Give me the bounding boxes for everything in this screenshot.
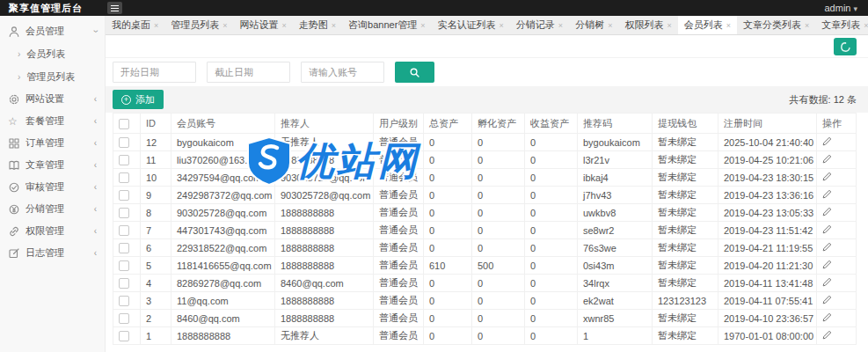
tab-close-icon[interactable]: × bbox=[332, 21, 336, 30]
tab-close-icon[interactable]: × bbox=[558, 21, 563, 30]
pencil-icon bbox=[822, 207, 832, 216]
sidebar-item-site-settings[interactable]: 网站设置 ‹ bbox=[0, 88, 105, 110]
cell-hatch-assets: 0 bbox=[472, 239, 525, 257]
menu-toggle-button[interactable] bbox=[107, 2, 122, 14]
cell-wallet: 暂未绑定 bbox=[653, 169, 718, 187]
cell-income-assets: 0 bbox=[525, 134, 578, 151]
sidebar-subitem-admin-list[interactable]: › 管理员列表 bbox=[0, 65, 105, 88]
add-button[interactable]: + 添加 bbox=[113, 90, 164, 109]
row-checkbox[interactable] bbox=[119, 260, 129, 271]
tab-item[interactable]: 管理员列表 × bbox=[164, 16, 233, 34]
row-checkbox[interactable] bbox=[119, 225, 129, 236]
cell-referrer: 1888888888 bbox=[275, 239, 374, 257]
tab-close-icon[interactable]: × bbox=[667, 21, 671, 30]
cell-reg-time: 2019-04-11 13:41:48 bbox=[718, 275, 817, 292]
table-row: 10 34297594@qq.com 903025728@qq.com 普通会员… bbox=[113, 169, 857, 187]
edit-row-button[interactable] bbox=[822, 295, 832, 304]
row-checkbox[interactable] bbox=[119, 243, 129, 253]
cell-wallet: 暂未绑定 bbox=[653, 327, 718, 345]
tab-label: 会员列表 bbox=[684, 18, 723, 32]
tab-item[interactable]: 实名认证列表 × bbox=[432, 16, 510, 34]
tab-close-icon[interactable]: × bbox=[726, 21, 731, 30]
sidebar-item-orders[interactable]: 订单管理 ‹ bbox=[0, 132, 105, 154]
tab-item[interactable]: 会员列表 × bbox=[678, 16, 737, 34]
tab-close-icon[interactable]: × bbox=[282, 21, 287, 30]
tab-close-icon[interactable]: × bbox=[608, 21, 612, 30]
sidebar-item-label: 文章管理 bbox=[26, 158, 94, 172]
edit-row-button[interactable] bbox=[822, 189, 832, 199]
sidebar-item-distribution[interactable]: 分销管理 ‹ bbox=[0, 198, 105, 220]
tab-item[interactable]: 网站设置 × bbox=[234, 16, 293, 34]
tab-item[interactable]: 分销记录 × bbox=[510, 16, 569, 34]
cell-id: 6 bbox=[141, 239, 171, 257]
row-checkbox[interactable] bbox=[119, 313, 129, 324]
row-checkbox[interactable] bbox=[119, 208, 129, 218]
tab-label: 文章分类列表 bbox=[743, 18, 801, 32]
table-header-row: ID 会员账号 推荐人 用户级别 总资产 孵化资产 收益资产 推荐码 提现钱包 … bbox=[113, 114, 857, 134]
sidebar-item-members[interactable]: 会员管理 ‹ bbox=[0, 20, 105, 42]
chevron-down-icon: ▾ bbox=[853, 4, 857, 13]
sidebar-subitem-member-list[interactable]: › 会员列表 bbox=[0, 42, 105, 65]
star-icon: ☆ bbox=[8, 115, 21, 128]
pencil-icon bbox=[822, 330, 832, 340]
edit-row-button[interactable] bbox=[822, 260, 832, 269]
members-table: ID 会员账号 推荐人 用户级别 总资产 孵化资产 收益资产 推荐码 提现钱包 … bbox=[113, 113, 857, 345]
tab-close-icon[interactable]: × bbox=[864, 21, 868, 30]
edit-row-button[interactable] bbox=[822, 172, 832, 181]
row-checkbox[interactable] bbox=[119, 331, 129, 341]
row-checkbox[interactable] bbox=[119, 278, 129, 289]
table-row: 8 903025728@qq.com 1888888888 普通会员 0 0 0… bbox=[113, 204, 857, 222]
tab-item[interactable]: 我的桌面 × bbox=[106, 16, 164, 34]
row-checkbox[interactable] bbox=[119, 296, 129, 306]
topbar: 聚享值管理后台 admin▾ bbox=[0, 0, 868, 16]
cell-id: 4 bbox=[141, 275, 171, 292]
row-checkbox[interactable] bbox=[119, 155, 129, 165]
sidebar-item-articles[interactable]: 文章管理 ‹ bbox=[0, 154, 105, 176]
tab-close-icon[interactable]: × bbox=[805, 21, 809, 30]
cell-hatch-assets: 0 bbox=[472, 310, 525, 327]
refresh-button[interactable] bbox=[834, 38, 857, 55]
select-all-checkbox[interactable] bbox=[119, 119, 129, 129]
table-row: 6 229318522@qq.com 1888888888 普通会员 0 0 0… bbox=[113, 239, 857, 257]
sidebar-item-packages[interactable]: ☆ 套餐管理 ‹ bbox=[0, 110, 105, 132]
tab-item[interactable]: 文章列表 × bbox=[815, 16, 868, 34]
edit-row-button[interactable] bbox=[822, 136, 832, 146]
sidebar-item-logs[interactable]: 日志管理 ‹ bbox=[0, 242, 105, 264]
cell-account: 2492987372@qq.com bbox=[171, 187, 275, 204]
cell-referrer: 8460@qq.com bbox=[275, 275, 374, 292]
tab-item[interactable]: 咨询banner管理 × bbox=[342, 16, 432, 34]
sidebar-item-permissions[interactable]: 权限管理 ‹ bbox=[0, 220, 105, 242]
table-row: 2 8460@qq.com 1888888888 普通会员 0 0 0 xwnr… bbox=[113, 310, 857, 327]
tab-item[interactable]: 权限列表 × bbox=[618, 16, 677, 34]
tab-item[interactable]: 分销树 × bbox=[569, 16, 618, 34]
pencil-icon bbox=[822, 224, 832, 234]
tab-close-icon[interactable]: × bbox=[222, 21, 227, 30]
edit-row-button[interactable] bbox=[822, 224, 832, 234]
cell-hatch-assets: 500 bbox=[472, 257, 525, 275]
edit-row-button[interactable] bbox=[822, 207, 832, 216]
edit-row-button[interactable] bbox=[822, 154, 832, 164]
user-menu[interactable]: admin▾ bbox=[825, 0, 858, 16]
row-checkbox[interactable] bbox=[119, 172, 129, 183]
search-button[interactable] bbox=[395, 62, 434, 83]
cell-level: 普通会员 bbox=[374, 257, 424, 275]
edit-row-button[interactable] bbox=[822, 330, 832, 340]
sidebar-item-audit[interactable]: 审核管理 ‹ bbox=[0, 176, 105, 198]
table-row: 3 11@qq.com 1888888888 普通会员 0 0 0 ek2wat… bbox=[113, 292, 857, 310]
account-input[interactable] bbox=[301, 62, 384, 83]
edit-row-button[interactable] bbox=[822, 312, 832, 322]
edit-row-button[interactable] bbox=[822, 242, 832, 252]
cell-referrer: 无推荐人 bbox=[275, 134, 374, 151]
end-date-input[interactable] bbox=[207, 62, 290, 83]
row-checkbox[interactable] bbox=[119, 190, 129, 201]
row-checkbox[interactable] bbox=[119, 137, 129, 148]
tab-item[interactable]: 文章分类列表 × bbox=[737, 16, 815, 34]
tab-close-icon[interactable]: × bbox=[420, 21, 425, 30]
tab-label: 实名认证列表 bbox=[438, 18, 496, 32]
tab-item[interactable]: 走势图 × bbox=[293, 16, 342, 34]
tab-close-icon[interactable]: × bbox=[500, 21, 504, 30]
start-date-input[interactable] bbox=[113, 62, 196, 83]
edit-row-button[interactable] bbox=[822, 277, 832, 287]
tab-label: 我的桌面 bbox=[112, 18, 150, 32]
tab-close-icon[interactable]: × bbox=[154, 21, 158, 30]
